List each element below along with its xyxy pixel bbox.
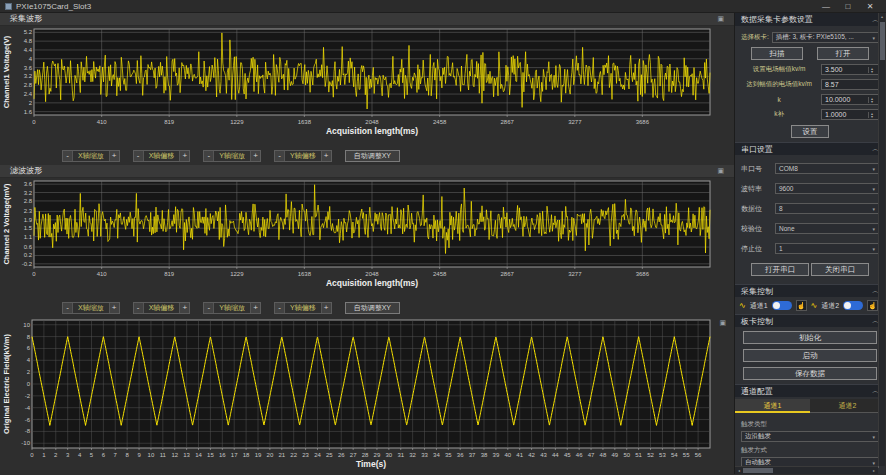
auto-adjust-xy-button[interactable]: 自动调整XY [345, 302, 400, 314]
maximize-button[interactable]: □ [837, 2, 859, 11]
svg-text:54: 54 [671, 452, 678, 458]
svg-text:Channel 2 Voltage(mV): Channel 2 Voltage(mV) [2, 183, 11, 265]
channel-config-section-header[interactable]: 通道配置 ︿ [735, 384, 885, 397]
scan-button[interactable]: 扫描 [751, 47, 803, 60]
increment-button[interactable]: + [179, 303, 189, 313]
minimize-button[interactable]: — [815, 2, 837, 11]
chart2-waveform-graph[interactable]: 041081912291638204824582867327736863.63.… [0, 178, 735, 300]
open-button[interactable]: 打开 [817, 47, 869, 60]
data-bits-select[interactable]: 8 ▾ [775, 203, 879, 214]
svg-text:51: 51 [635, 452, 642, 458]
spinner-icon[interactable]: ▴▾ [868, 97, 875, 103]
serial-section-header[interactable]: 串口设置 ︿ [735, 142, 885, 155]
baud-rate-select[interactable]: 9600 ▾ [775, 183, 879, 194]
increment-button[interactable]: + [179, 151, 189, 161]
save-data-button[interactable]: 保存数据 [743, 367, 877, 380]
svg-text:2.4: 2.4 [24, 91, 33, 97]
increment-button[interactable]: + [109, 303, 119, 313]
increment-button[interactable]: + [250, 151, 260, 161]
svg-text:24: 24 [314, 452, 321, 458]
trigger-type-select[interactable]: 边沿触发 ▾ [741, 431, 879, 442]
x-scale-stepper[interactable]: - X轴缩放 + [62, 150, 120, 162]
decrement-button[interactable]: - [134, 151, 144, 161]
board-select[interactable]: 插槽: 3, 板卡: PXIe5105, ... ▾ [772, 32, 879, 43]
decrement-button[interactable]: - [204, 151, 214, 161]
k-input[interactable]: 10.0000 ▴▾ [821, 94, 879, 105]
chart2-section-label: 滤波波形 [10, 165, 42, 176]
chart2-axis-controls: - X轴缩放 + - X轴偏移 + - Y轴缩放 + - Y轴偏移 + 自动调整… [0, 299, 734, 316]
svg-text:23: 23 [302, 452, 309, 458]
horizontal-scroll-thumb[interactable] [743, 468, 773, 473]
x-offset-stepper[interactable]: - X轴偏移 + [133, 302, 191, 314]
channel1-toggle[interactable] [772, 301, 792, 310]
increment-button[interactable]: + [321, 151, 331, 161]
scroll-left-icon[interactable]: ◂ [735, 468, 743, 473]
set-button[interactable]: 设置 [791, 125, 829, 138]
scroll-right-icon[interactable]: ▸ [870, 468, 878, 473]
board-select-value: 插槽: 3, 板卡: PXIe5105, ... [776, 33, 854, 42]
board-control-section-header[interactable]: 板卡控制 ︿ [735, 314, 885, 327]
stop-bits-select[interactable]: 1 ▾ [775, 243, 879, 254]
x-offset-stepper[interactable]: - X轴偏移 + [133, 150, 191, 162]
chart2-tools-icon[interactable]: ▣ [717, 167, 724, 174]
daq-section-body: 选择板卡: 插槽: 3, 板卡: PXIe5105, ... ▾ 扫描 打开 设… [735, 26, 885, 142]
spinner-icon[interactable]: ▴▾ [868, 112, 875, 118]
svg-text:2: 2 [27, 369, 31, 375]
svg-text:8: 8 [27, 334, 31, 340]
y-scale-stepper[interactable]: - Y轴缩放 + [203, 150, 261, 162]
channel2-toggle[interactable] [843, 301, 863, 310]
increment-button[interactable]: + [109, 151, 119, 161]
chart1-waveform-graph[interactable]: 041081912291638204824582867327736865.24.… [0, 26, 735, 148]
y-offset-stepper[interactable]: - Y轴偏移 + [274, 302, 332, 314]
close-serial-button[interactable]: 关闭串口 [811, 263, 869, 276]
reached-field-input[interactable]: 8.57 [821, 79, 879, 90]
parity-select[interactable]: None ▾ [775, 223, 879, 234]
field-amplitude-input[interactable]: 3.500 ▴▾ [821, 64, 879, 75]
k-comp-input[interactable]: 1.0000 ▴▾ [821, 109, 879, 120]
com-port-select[interactable]: COM8 ▾ [775, 163, 879, 174]
svg-text:819: 819 [164, 271, 175, 277]
decrement-button[interactable]: - [275, 151, 285, 161]
daq-section-header[interactable]: 数据采集卡参数设置 ︿ [735, 13, 885, 26]
stepper-label: X轴偏移 [144, 303, 180, 313]
chevron-down-icon: ▾ [872, 246, 875, 252]
chart1-tools-icon[interactable]: ▣ [717, 15, 724, 22]
electric-field-graph[interactable]: 0123456789101112131415161718192021222324… [0, 316, 735, 474]
hand-cursor-icon[interactable]: ☝ [867, 300, 878, 311]
horizontal-scrollbar[interactable]: ◂ ▸ [735, 466, 878, 474]
svg-text:46: 46 [576, 452, 583, 458]
spinner-icon[interactable]: ▴▾ [868, 67, 875, 73]
decrement-button[interactable]: - [134, 303, 144, 313]
tab-channel2[interactable]: 通道2 [810, 399, 885, 413]
svg-text:3.6: 3.6 [24, 65, 33, 71]
vertical-scroll-thumb[interactable] [880, 22, 885, 60]
vertical-scrollbar[interactable]: ▴ [878, 13, 885, 466]
decrement-button[interactable]: - [63, 151, 73, 161]
svg-text:2048: 2048 [365, 271, 379, 277]
auto-adjust-xy-button[interactable]: 自动调整XY [345, 150, 400, 162]
increment-button[interactable]: + [321, 303, 331, 313]
svg-text:26: 26 [338, 452, 345, 458]
close-button[interactable]: ✕ [859, 2, 881, 11]
channel2-label: 通道2 [821, 301, 839, 311]
open-serial-button[interactable]: 打开串口 [751, 263, 809, 276]
y-offset-stepper[interactable]: - Y轴偏移 + [274, 150, 332, 162]
start-button[interactable]: 启动 [743, 349, 877, 362]
acquisition-section-header[interactable]: 采集控制 ︿ [735, 284, 885, 297]
chart3-tools-icon[interactable]: ▣ [719, 319, 726, 326]
y-scale-stepper[interactable]: - Y轴缩放 + [203, 302, 261, 314]
increment-button[interactable]: + [250, 303, 260, 313]
decrement-button[interactable]: - [204, 303, 214, 313]
svg-text:3686: 3686 [636, 119, 650, 125]
reached-field-value: 8.57 [825, 81, 839, 88]
decrement-button[interactable]: - [63, 303, 73, 313]
hand-cursor-icon[interactable]: ☝ [796, 300, 807, 311]
svg-text:10: 10 [148, 452, 155, 458]
svg-text:2.8: 2.8 [24, 198, 33, 204]
tab-channel1[interactable]: 通道1 [735, 399, 810, 413]
svg-text:1.9: 1.9 [24, 216, 33, 222]
scroll-up-icon[interactable]: ▴ [879, 13, 885, 21]
initialize-button[interactable]: 初始化 [743, 331, 877, 344]
decrement-button[interactable]: - [275, 303, 285, 313]
x-scale-stepper[interactable]: - X轴缩放 + [62, 302, 120, 314]
